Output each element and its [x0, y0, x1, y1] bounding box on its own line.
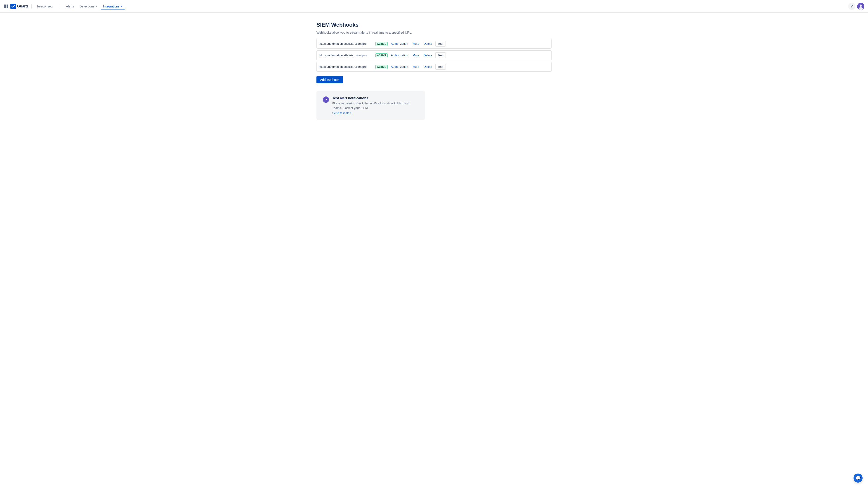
nav-links: Alerts Detections Integrations: [64, 3, 125, 9]
page-subtitle: Webhooks allow you to stream alerts in r…: [316, 31, 552, 34]
webhook-url-1: https://automation.atlassian.com/pro: [319, 42, 374, 45]
detections-chevron-icon: [95, 6, 98, 7]
svg-rect-5: [6, 6, 8, 7]
svg-rect-2: [6, 4, 8, 6]
avatar[interactable]: [857, 3, 864, 10]
integrations-chevron-icon: [121, 6, 123, 7]
delete-link-2[interactable]: Delete: [422, 53, 434, 58]
svg-rect-0: [4, 4, 5, 6]
nav-link-integrations[interactable]: Integrations: [101, 3, 125, 9]
delete-link-1[interactable]: Delete: [422, 41, 434, 46]
svg-rect-8: [6, 7, 8, 8]
delete-link-3[interactable]: Delete: [422, 64, 434, 69]
question-mark-icon: ?: [325, 98, 327, 101]
status-badge-2: ACTIVE: [375, 53, 388, 57]
add-webhook-button[interactable]: Add webhook: [316, 76, 343, 84]
svg-rect-7: [5, 7, 6, 8]
svg-rect-1: [5, 4, 6, 6]
page-title: SIEM Webhooks: [316, 22, 552, 28]
test-button-3[interactable]: Test: [435, 64, 446, 70]
nav-left: Guard beaconseq Alerts Detections Integr…: [4, 3, 125, 9]
mute-link-1[interactable]: Mute: [411, 41, 421, 46]
test-button-2[interactable]: Test: [435, 53, 446, 58]
nav-divider: [31, 4, 32, 8]
table-row: https://automation.atlassian.com/pro ACT…: [316, 62, 552, 72]
main-content: SIEM Webhooks Webhooks allow you to stre…: [298, 13, 569, 129]
test-alert-card: ? Test alert notifications Fire a test a…: [316, 91, 425, 120]
authorization-link-3[interactable]: Authorization: [390, 64, 409, 69]
table-row: https://automation.atlassian.com/pro ACT…: [316, 39, 552, 48]
svg-point-12: [859, 7, 863, 10]
test-alert-icon: ?: [323, 96, 329, 103]
svg-point-11: [860, 4, 862, 7]
svg-rect-3: [4, 6, 5, 7]
nav-link-alerts[interactable]: Alerts: [64, 3, 76, 9]
authorization-link-1[interactable]: Authorization: [390, 41, 409, 46]
app-grid-icon[interactable]: [4, 4, 8, 8]
webhooks-list: https://automation.atlassian.com/pro ACT…: [316, 39, 552, 72]
nav-logo[interactable]: Guard: [10, 4, 28, 9]
nav-org[interactable]: beaconseq: [35, 4, 55, 9]
mute-link-3[interactable]: Mute: [411, 64, 421, 69]
help-icon[interactable]: ?: [848, 3, 855, 10]
authorization-link-2[interactable]: Authorization: [390, 53, 409, 58]
table-row: https://automation.atlassian.com/pro ACT…: [316, 51, 552, 60]
test-alert-description: Fire a test alert to check that notifica…: [332, 101, 418, 110]
svg-rect-9: [10, 4, 16, 9]
status-badge-3: ACTIVE: [375, 65, 388, 69]
status-badge-1: ACTIVE: [375, 42, 388, 46]
svg-rect-4: [5, 6, 6, 7]
webhook-url-3: https://automation.atlassian.com/pro: [319, 65, 374, 68]
test-alert-content: Test alert notifications Fire a test ale…: [332, 96, 418, 115]
webhook-url-2: https://automation.atlassian.com/pro: [319, 54, 374, 57]
test-button-1[interactable]: Test: [435, 41, 446, 46]
test-alert-title: Test alert notifications: [332, 96, 418, 100]
nav-divider-2: [58, 4, 58, 8]
navbar: Guard beaconseq Alerts Detections Integr…: [0, 0, 868, 13]
mute-link-2[interactable]: Mute: [411, 53, 421, 58]
svg-rect-6: [4, 7, 5, 8]
nav-link-detections[interactable]: Detections: [77, 3, 100, 9]
logo-text: Guard: [17, 4, 28, 8]
send-test-alert-link[interactable]: Send test alert: [332, 111, 418, 115]
nav-right: ?: [848, 3, 864, 10]
